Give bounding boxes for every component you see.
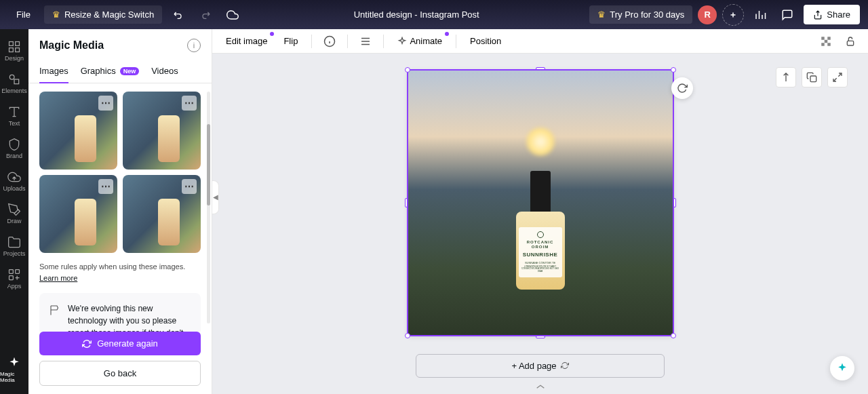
more-icon[interactable]: ⋯	[182, 96, 197, 111]
sidebar-item-apps[interactable]: Apps	[0, 262, 28, 295]
canvas-area[interactable]: ROTCANIC OROIM SUNNRISHE SUNRANE CONTOIR…	[212, 54, 868, 394]
undo-button[interactable]	[167, 4, 189, 26]
more-icon[interactable]: ⋯	[98, 179, 113, 194]
resize-handle-mt[interactable]	[536, 67, 545, 70]
sun-graphic	[527, 128, 554, 155]
sidebar-item-brand[interactable]: Brand	[0, 132, 28, 165]
go-back-button[interactable]: Go back	[39, 361, 201, 386]
flag-icon	[49, 304, 61, 316]
file-menu[interactable]: File	[8, 5, 39, 24]
share-button[interactable]: Share	[804, 5, 860, 24]
feedback-info-box: We're evolving this new technology with …	[39, 293, 201, 332]
top-toolbar: File ♛ Resize & Magic Switch ♛ Try Pro f…	[0, 0, 868, 29]
rules-text: Some rules apply when using these images…	[39, 261, 201, 283]
try-pro-button[interactable]: ♛ Try Pro for 30 days	[589, 5, 692, 24]
avatar[interactable]: R	[698, 5, 717, 24]
svg-rect-2	[9, 48, 14, 52]
resize-handle-bl[interactable]	[405, 333, 410, 338]
lock-button[interactable]	[841, 32, 860, 51]
page-up-button[interactable]	[776, 67, 796, 87]
resize-handle-tl[interactable]	[405, 67, 410, 73]
comment-button[interactable]	[776, 4, 798, 26]
svg-rect-11	[827, 37, 831, 40]
svg-rect-8	[9, 276, 14, 280]
magic-media-panel: Magic Media i Images Graphics New Videos…	[28, 29, 212, 394]
learn-more-link[interactable]: Learn more	[39, 274, 77, 282]
svg-rect-10	[821, 37, 825, 40]
svg-rect-5	[14, 79, 19, 84]
flip-button[interactable]: Flip	[278, 33, 303, 49]
svg-rect-1	[16, 42, 20, 46]
generated-image-1[interactable]: ⋯	[39, 92, 117, 170]
sidebar-item-elements[interactable]: Elements	[0, 67, 28, 100]
page-controls	[776, 67, 848, 87]
report-images-link[interactable]: report these images	[68, 328, 140, 332]
resize-handle-tr[interactable]	[671, 67, 676, 73]
sidebar-item-uploads[interactable]: Uploads	[0, 165, 28, 197]
info-button[interactable]: i	[187, 39, 201, 52]
assistant-fab[interactable]	[830, 356, 854, 380]
svg-rect-13	[821, 43, 825, 46]
animate-button[interactable]: Animate	[392, 33, 448, 49]
canvas-toolbar: Edit image Flip Animate Position	[212, 29, 868, 54]
generate-again-button[interactable]: Generate again	[39, 332, 201, 355]
svg-rect-6	[9, 270, 14, 274]
fullscreen-button[interactable]	[827, 67, 848, 87]
refresh-button[interactable]	[671, 77, 693, 99]
new-badge: New	[120, 67, 140, 75]
svg-rect-12	[825, 39, 828, 43]
add-collaborator-button[interactable]	[722, 4, 744, 26]
info-icon-button[interactable]	[320, 32, 339, 51]
design-frame[interactable]: ROTCANIC OROIM SUNNRISHE SUNRANE CONTOIR…	[408, 71, 673, 335]
bottle-graphic: ROTCANIC OROIM SUNNRISHE SUNRANE CONTOIR…	[516, 171, 565, 290]
resize-handle-mr[interactable]	[673, 198, 676, 208]
analytics-button[interactable]	[749, 4, 771, 26]
notification-dot	[445, 32, 449, 36]
edit-image-button[interactable]: Edit image	[220, 33, 273, 49]
tab-videos[interactable]: Videos	[151, 59, 178, 83]
tab-graphics[interactable]: Graphics New	[81, 59, 140, 83]
svg-rect-16	[810, 76, 816, 82]
svg-rect-14	[827, 43, 831, 46]
design-canvas-content[interactable]: ROTCANIC OROIM SUNNRISHE SUNRANE CONTOIR…	[408, 71, 673, 335]
resize-handle-mb[interactable]	[536, 336, 545, 338]
notification-dot	[270, 32, 274, 36]
sidebar-item-magic-media[interactable]: Magic Media	[0, 351, 28, 389]
sparkle-icon	[397, 37, 407, 46]
add-page-button[interactable]: + Add page	[416, 354, 664, 378]
sidebar-item-draw[interactable]: Draw	[0, 197, 28, 230]
resize-magic-switch-button[interactable]: ♛ Resize & Magic Switch	[44, 5, 162, 24]
design-title-input[interactable]	[349, 9, 484, 20]
redo-button[interactable]	[195, 4, 216, 26]
panel-title: Magic Media	[39, 39, 104, 52]
svg-rect-0	[9, 42, 14, 46]
more-icon[interactable]: ⋯	[98, 96, 113, 111]
align-button[interactable]	[356, 32, 375, 51]
left-sidebar: Design Elements Text Brand Uploads Draw …	[0, 29, 28, 394]
sync-icon	[561, 361, 569, 370]
scrollbar-thumb[interactable]	[207, 124, 210, 205]
sidebar-item-projects[interactable]: Projects	[0, 230, 28, 262]
svg-point-4	[9, 75, 14, 79]
more-icon[interactable]: ⋯	[182, 179, 197, 194]
generated-image-3[interactable]: ⋯	[39, 175, 117, 253]
resize-handle-ml[interactable]	[405, 198, 408, 208]
panel-tabs: Images Graphics New Videos	[28, 59, 212, 83]
tab-images[interactable]: Images	[39, 59, 68, 83]
svg-rect-3	[16, 48, 20, 52]
crown-icon: ♛	[52, 9, 60, 20]
crown-icon: ♛	[597, 9, 606, 20]
generated-image-4[interactable]: ⋯	[123, 175, 201, 253]
duplicate-page-button[interactable]	[802, 67, 822, 87]
sidebar-item-design[interactable]: Design	[0, 35, 28, 67]
generated-image-2[interactable]: ⋯	[123, 92, 201, 170]
svg-rect-7	[16, 270, 20, 274]
transparency-button[interactable]	[816, 32, 835, 51]
page-expand-handle[interactable]	[535, 380, 546, 393]
position-button[interactable]: Position	[465, 33, 507, 49]
sidebar-item-text[interactable]: Text	[0, 100, 28, 132]
resize-handle-br[interactable]	[671, 333, 676, 338]
cloud-sync-icon[interactable]	[222, 4, 243, 26]
svg-rect-15	[847, 41, 853, 45]
